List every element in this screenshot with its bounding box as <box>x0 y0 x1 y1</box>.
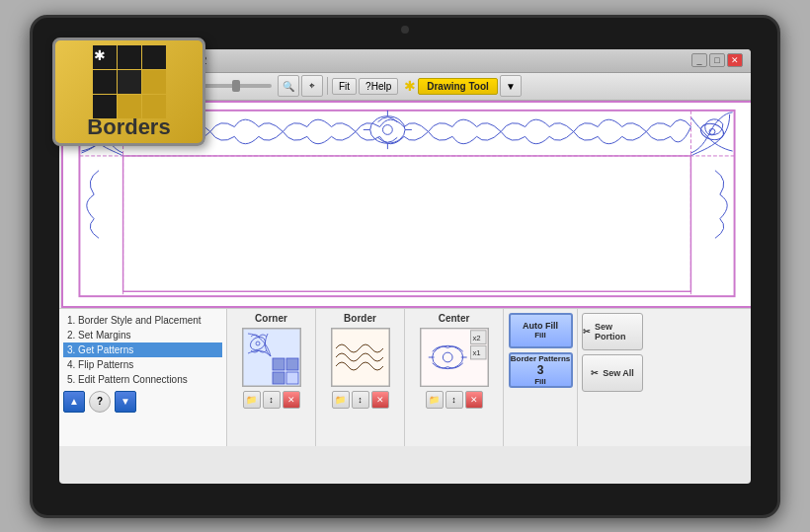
autofill-sub: Fill <box>534 331 546 340</box>
logo-sq-6 <box>142 70 166 94</box>
drawing-tool-button[interactable]: Drawing Tool <box>418 78 498 95</box>
border-patterns-button[interactable]: Border Patterns 3 Fill <box>509 352 573 388</box>
steps-panel: 1. Border Style and Placement 2. Set Mar… <box>59 309 227 446</box>
step-prev-button[interactable]: ▲ <box>63 391 85 413</box>
center-title: Center <box>439 313 470 324</box>
device-camera <box>401 26 409 34</box>
toolbar-separator-2 <box>327 77 328 95</box>
step-1[interactable]: 1. Border Style and Placement <box>63 313 222 328</box>
center-section: Center <box>405 309 504 446</box>
border-patterns-count: 3 <box>537 363 544 377</box>
maximize-button[interactable]: □ <box>709 53 725 67</box>
corner-title: Corner <box>255 313 287 324</box>
center-browse-button[interactable]: 📁 <box>426 391 444 409</box>
center-delete-button[interactable]: ✕ <box>465 391 483 409</box>
sew-portion-label: Sew Portion <box>595 322 642 342</box>
minimize-button[interactable]: _ <box>691 53 707 67</box>
step-4[interactable]: 4. Flip Patterns <box>63 357 222 372</box>
border-title: Border <box>344 313 376 324</box>
sew-portion-button[interactable]: ✂ Sew Portion <box>582 313 643 350</box>
border-patterns-label: Border Patterns <box>511 354 570 363</box>
title-buttons: _ □ ✕ <box>691 53 743 67</box>
autofill-button[interactable]: Auto Fill Fill <box>509 313 573 348</box>
outer-container: Borders and Corners 42 x 12 _ □ ✕ ↩ ↪ ⌫ … <box>0 0 810 532</box>
drawing-tool-options-button[interactable]: ▼ <box>500 75 522 97</box>
logo-sq-5 <box>118 70 141 94</box>
zoom-slider-thumb[interactable] <box>232 80 240 92</box>
zoom-search-button[interactable]: ⌖ <box>301 75 323 97</box>
svg-rect-15 <box>286 358 298 370</box>
svg-rect-17 <box>286 372 298 384</box>
logo-star-icon: ✱ <box>94 47 106 63</box>
border-thumb <box>331 328 390 387</box>
borders-logo-icon: ✱ <box>90 43 169 113</box>
device-frame: Borders and Corners 42 x 12 _ □ ✕ ↩ ↪ ⌫ … <box>30 15 780 518</box>
autofill-panel: Auto Fill Fill Border Patterns 3 Fill <box>504 309 578 446</box>
logo-sq-7 <box>93 95 117 118</box>
svg-text:x1: x1 <box>472 348 480 357</box>
corner-section: Corner <box>227 309 316 446</box>
corner-thumb <box>242 328 301 387</box>
center-thumb: x2 x1 <box>420 328 489 387</box>
step-5[interactable]: 5. Edit Pattern Connections <box>63 372 222 387</box>
corner-move-button[interactable]: ↕ <box>263 391 281 409</box>
border-browse-button[interactable]: 📁 <box>332 391 350 409</box>
logo-sq-4 <box>93 70 117 94</box>
bottom-panel: 1. Border Style and Placement 2. Set Mar… <box>59 308 751 446</box>
center-move-button[interactable]: ↕ <box>446 391 463 409</box>
border-patterns-sub: Fill <box>534 377 546 386</box>
logo-sq-8 <box>118 95 141 118</box>
fit-button[interactable]: Fit <box>332 78 357 95</box>
borders-logo: ✱ Borders <box>52 38 205 146</box>
sew-all-icon: ✂ <box>591 368 599 378</box>
step-2[interactable]: 2. Set Margins <box>63 328 222 342</box>
zoom-in-button[interactable]: 🔍 <box>278 75 299 97</box>
corner-browse-button[interactable]: 📁 <box>243 391 261 409</box>
corner-actions: 📁 ↕ ✕ <box>243 391 300 409</box>
border-delete-button[interactable]: ✕ <box>371 391 389 409</box>
svg-rect-14 <box>273 358 284 370</box>
sew-panel: ✂ Sew Portion ✂ Sew All <box>578 309 647 446</box>
border-section: Border 📁 <box>316 309 405 446</box>
step-3[interactable]: 3. Get Patterns <box>63 342 222 357</box>
close-button[interactable]: ✕ <box>727 53 743 67</box>
logo-sq-3 <box>142 45 166 69</box>
corner-delete-button[interactable]: ✕ <box>283 391 300 409</box>
border-actions: 📁 ↕ ✕ <box>332 391 389 409</box>
help-button[interactable]: ?Help <box>359 78 398 95</box>
autofill-label: Auto Fill <box>523 321 558 331</box>
svg-rect-16 <box>273 372 284 384</box>
svg-rect-18 <box>332 329 389 386</box>
sew-all-label: Sew All <box>603 368 634 378</box>
border-move-button[interactable]: ↕ <box>352 391 369 409</box>
step-nav: ▲ ? ▼ <box>63 391 222 413</box>
sew-all-button[interactable]: ✂ Sew All <box>582 354 643 392</box>
svg-rect-1 <box>123 155 691 290</box>
sew-portion-icon: ✂ <box>583 327 591 337</box>
logo-sq-2 <box>118 45 141 69</box>
svg-text:x2: x2 <box>472 333 480 342</box>
step-help-button[interactable]: ? <box>89 391 111 413</box>
center-actions: 📁 ↕ ✕ <box>426 391 483 409</box>
step-next-button[interactable]: ▼ <box>115 391 136 413</box>
logo-sq-9 <box>142 95 166 118</box>
